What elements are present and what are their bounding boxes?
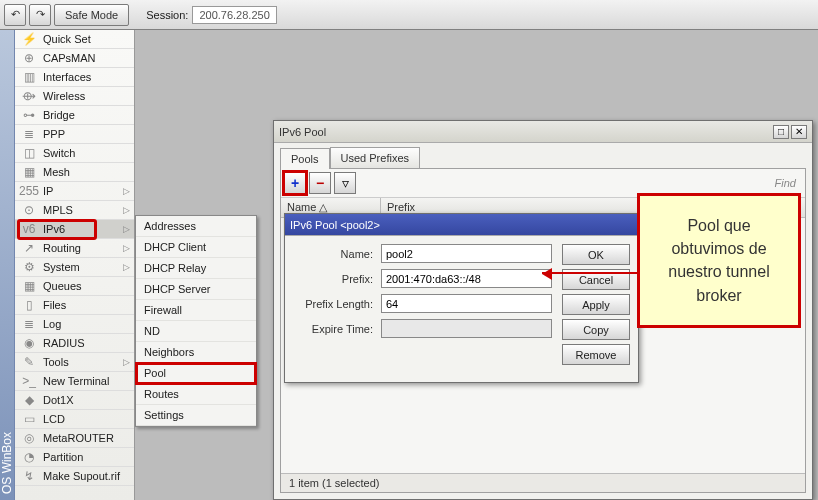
apply-button[interactable]: Apply [562,294,630,315]
dialog-form: Name: Prefix: Prefix Length: Expire Time… [293,244,552,365]
lcd-icon: ▭ [21,411,37,427]
dialog-titlebar[interactable]: IPv6 Pool <pool2> [285,214,638,236]
submenu-item-settings[interactable]: Settings [136,405,256,426]
sidebar-item-mesh[interactable]: ▦Mesh [15,163,134,182]
undo-button[interactable]: ↶ [4,4,26,26]
sidebar-label: MPLS [43,204,73,216]
sidebar-item-make-supout.rif[interactable]: ↯Make Supout.rif [15,467,134,486]
sidebar-label: Dot1X [43,394,74,406]
sidebar-label: Partition [43,451,83,463]
submenu-item-neighbors[interactable]: Neighbors [136,342,256,363]
expire-label: Expire Time: [293,323,373,335]
sidebar-item-ipv6[interactable]: v6IPv6▷ [15,220,134,239]
submenu-item-dhcp-client[interactable]: DHCP Client [136,237,256,258]
sidebar-item-capsman[interactable]: ⊕CAPsMAN [15,49,134,68]
leftstrip-label: OS WinBox [0,432,14,494]
routing-icon: ↗ [21,240,37,256]
pool-edit-dialog: IPv6 Pool <pool2> Name: Prefix: Prefix L… [284,213,639,383]
sidebar-item-system[interactable]: ⚙System▷ [15,258,134,277]
prefix-len-input[interactable] [381,294,552,313]
sidebar-label: PPP [43,128,65,140]
submenu-item-addresses[interactable]: Addresses [136,216,256,237]
sidebar-item-partition[interactable]: ◔Partition [15,448,134,467]
dot1x-icon: ◆ [21,392,37,408]
filter-button[interactable]: ▿ [334,172,356,194]
remove-button[interactable]: − [309,172,331,194]
sidebar-item-bridge[interactable]: ⊶Bridge [15,106,134,125]
switch-icon: ◫ [21,145,37,161]
sidebar-item-tools[interactable]: ✎Tools▷ [15,353,134,372]
prefix-label: Prefix: [293,273,373,285]
sidebar-item-lcd[interactable]: ▭LCD [15,410,134,429]
expire-input[interactable] [381,319,552,338]
redo-button[interactable]: ↷ [29,4,51,26]
sidebar-item-metarouter[interactable]: ◎MetaROUTER [15,429,134,448]
name-label: Name: [293,248,373,260]
tab-pools[interactable]: Pools [280,148,330,169]
callout-arrow [542,272,637,274]
prefix-len-label: Prefix Length: [293,298,373,310]
dialog-title: IPv6 Pool <pool2> [290,219,380,231]
submenu-item-dhcp-server[interactable]: DHCP Server [136,279,256,300]
sidebar-item-new-terminal[interactable]: >_New Terminal [15,372,134,391]
tab-used-prefixes[interactable]: Used Prefixes [330,147,420,168]
mpls-icon: ⊙ [21,202,37,218]
close-button[interactable]: ✕ [791,125,807,139]
system-icon: ⚙ [21,259,37,275]
safe-mode-button[interactable]: Safe Mode [54,4,129,26]
ipv6-icon: v6 [21,221,37,237]
submenu-item-pool[interactable]: Pool [136,363,256,384]
remove-button-dialog[interactable]: Remove [562,344,630,365]
sidebar-item-ip[interactable]: 255IP▷ [15,182,134,201]
radius-icon: ◉ [21,335,37,351]
copy-button[interactable]: Copy [562,319,630,340]
name-input[interactable] [381,244,552,263]
quick set-icon: ⚡ [21,31,37,47]
sidebar-label: LCD [43,413,65,425]
chevron-right-icon: ▷ [123,243,130,253]
sidebar-label: Queues [43,280,82,292]
submenu-item-dhcp-relay[interactable]: DHCP Relay [136,258,256,279]
sidebar-item-dot1x[interactable]: ◆Dot1X [15,391,134,410]
mesh-icon: ▦ [21,164,37,180]
sidebar-item-wireless[interactable]: ⟴Wireless [15,87,134,106]
sidebar-item-radius[interactable]: ◉RADIUS [15,334,134,353]
sidebar-label: Mesh [43,166,70,178]
sidebar-label: System [43,261,80,273]
sidebar-label: CAPsMAN [43,52,96,64]
sidebar-label: Wireless [43,90,85,102]
sidebar-label: IPv6 [43,223,65,235]
chevron-right-icon: ▷ [123,186,130,196]
ok-button[interactable]: OK [562,244,630,265]
prefix-input[interactable] [381,269,552,288]
minimize-button[interactable]: □ [773,125,789,139]
sidebar-item-queues[interactable]: ▦Queues [15,277,134,296]
interfaces-icon: ▥ [21,69,37,85]
sidebar-item-mpls[interactable]: ⊙MPLS▷ [15,201,134,220]
files-icon: ▯ [21,297,37,313]
dialog-buttons: OK Cancel Apply Copy Remove [562,244,630,365]
find-field[interactable]: Find [775,177,802,189]
sidebar-item-switch[interactable]: ◫Switch [15,144,134,163]
submenu-item-firewall[interactable]: Firewall [136,300,256,321]
partition-icon: ◔ [21,449,37,465]
sidebar-item-quick-set[interactable]: ⚡Quick Set [15,30,134,49]
sidebar-item-log[interactable]: ≣Log [15,315,134,334]
sidebar-item-ppp[interactable]: ≣PPP [15,125,134,144]
left-strip: OS WinBox [0,30,15,500]
sidebar-item-interfaces[interactable]: ▥Interfaces [15,68,134,87]
capsman-icon: ⊕ [21,50,37,66]
submenu-item-routes[interactable]: Routes [136,384,256,405]
bridge-icon: ⊶ [21,107,37,123]
sidebar-label: Switch [43,147,75,159]
add-button[interactable]: + [284,172,306,194]
sidebar-label: Bridge [43,109,75,121]
sidebar-item-files[interactable]: ▯Files [15,296,134,315]
submenu-item-nd[interactable]: ND [136,321,256,342]
sidebar-item-routing[interactable]: ↗Routing▷ [15,239,134,258]
top-toolbar: ↶ ↷ Safe Mode Session: 200.76.28.250 [0,0,818,30]
sidebar-label: Tools [43,356,69,368]
sidebar-label: New Terminal [43,375,109,387]
queues-icon: ▦ [21,278,37,294]
window-titlebar[interactable]: IPv6 Pool □ ✕ [274,121,812,143]
